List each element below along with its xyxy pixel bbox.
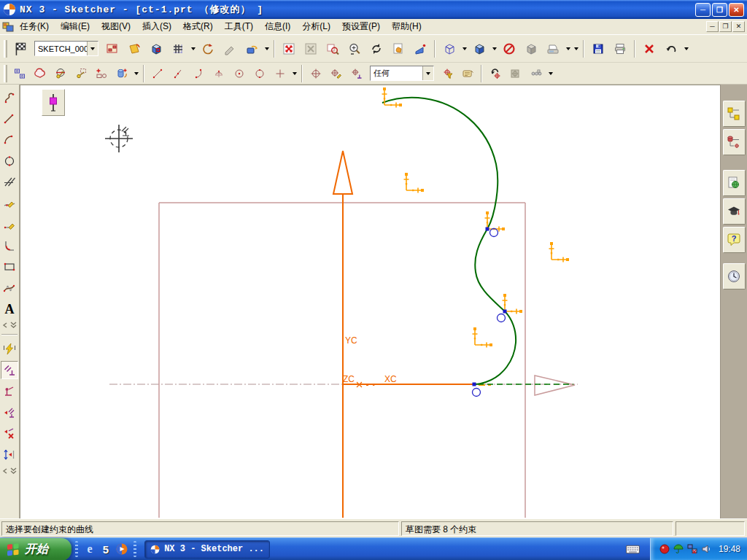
quick-extend-button[interactable] xyxy=(1,215,18,233)
orient-view-to-sketch-button[interactable] xyxy=(123,39,145,59)
pan-view-button[interactable] xyxy=(387,39,409,59)
graphics-window[interactable]: YC ZC XC xyxy=(20,85,720,518)
shaded-display-button[interactable] xyxy=(468,39,490,59)
close-button[interactable]: ✕ xyxy=(729,3,744,17)
view-toolbar-overflow[interactable] xyxy=(572,39,580,59)
zoom-in-out-button[interactable] xyxy=(344,39,365,59)
fillet-button[interactable] xyxy=(1,236,18,254)
snap-end-point-button[interactable] xyxy=(326,64,347,82)
minimize-button[interactable]: ─ xyxy=(695,3,711,17)
convert-to-reference-button[interactable] xyxy=(50,64,71,82)
help-button[interactable]: ? xyxy=(723,227,746,253)
snap-perpendicular-button[interactable] xyxy=(347,64,367,82)
menu-tools[interactable]: 工具(T) xyxy=(219,19,259,34)
snap-filter-combo[interactable]: 任何 xyxy=(370,66,434,81)
delayed-evaluation-button[interactable] xyxy=(241,39,263,59)
derived-lines-button[interactable] xyxy=(1,173,18,191)
menu-edit[interactable]: 编辑(E) xyxy=(55,19,96,34)
spline-point[interactable] xyxy=(486,228,489,231)
zoom-box-button[interactable] xyxy=(322,39,344,59)
sketch-name-dropdown-icon[interactable] xyxy=(87,42,98,55)
show-constraints-button[interactable] xyxy=(1,403,18,421)
menu-format[interactable]: 格式(R) xyxy=(177,19,219,34)
snap-undo-button[interactable] xyxy=(485,64,506,82)
sketch-spline[interactable] xyxy=(382,98,516,384)
line-button[interactable] xyxy=(1,109,18,128)
web-browser-button[interactable] xyxy=(723,170,746,196)
standard-toolbar-overflow[interactable] xyxy=(682,39,690,59)
profile-button[interactable] xyxy=(1,88,18,106)
sketch-point-button[interactable] xyxy=(270,64,290,82)
grid-dropdown[interactable] xyxy=(189,39,197,59)
fit-view-button[interactable] xyxy=(278,39,300,59)
snapshot-button[interactable] xyxy=(542,39,564,59)
alternate-solution-button[interactable] xyxy=(71,64,91,82)
sketch-inclined-line-button[interactable] xyxy=(168,64,188,82)
restore-button[interactable]: ❐ xyxy=(712,3,727,17)
selection-chain-button[interactable] xyxy=(526,64,546,82)
constraints-button[interactable] xyxy=(1,361,18,379)
sketch-ops-dropdown[interactable] xyxy=(132,63,140,84)
text-button[interactable]: A xyxy=(1,300,18,318)
sketch-name-combo[interactable]: SKETCH_000 xyxy=(34,41,98,56)
circle-center-point-button[interactable] xyxy=(229,64,249,82)
shaded-dropdown[interactable] xyxy=(490,39,498,59)
menu-analysis[interactable]: 分析(L) xyxy=(296,19,336,34)
studio-spline-button[interactable] xyxy=(1,279,18,297)
quick-launch-media-player[interactable] xyxy=(114,540,130,558)
reattach-sketch-button[interactable] xyxy=(101,39,123,59)
sketch-line-button[interactable] xyxy=(147,64,168,82)
class-selection-button[interactable] xyxy=(457,64,478,82)
circle-button[interactable] xyxy=(249,64,270,82)
undo-button[interactable] xyxy=(660,39,682,59)
assembly-navigator-button[interactable] xyxy=(723,101,746,127)
menu-help[interactable]: 帮助(H) xyxy=(386,19,427,34)
perspective-button[interactable] xyxy=(409,39,431,59)
snap-filter-dropdown-icon[interactable] xyxy=(422,66,433,80)
tray-umbrella-icon[interactable] xyxy=(673,544,684,554)
arc-button[interactable] xyxy=(1,131,18,149)
task-button-nx[interactable]: NX 3 - Sketcher ... xyxy=(144,540,270,559)
project-curve-button[interactable] xyxy=(112,64,132,82)
sketch-toolbar-overflow[interactable] xyxy=(263,39,271,59)
tray-network-offline-icon[interactable] xyxy=(687,544,697,554)
update-model-button[interactable] xyxy=(197,39,219,59)
wireframe-display-button[interactable] xyxy=(438,39,460,59)
grid-button[interactable] xyxy=(167,39,189,59)
mdi-close-button[interactable]: ✕ xyxy=(732,21,745,32)
finish-sketch-button[interactable] xyxy=(9,39,31,59)
rectangle-button[interactable] xyxy=(1,257,18,276)
wireframe-dropdown[interactable] xyxy=(460,39,468,59)
quick-trim-button[interactable] xyxy=(1,194,18,212)
mdi-restore-button[interactable]: ❐ xyxy=(719,21,732,32)
menu-preferences[interactable]: 预设置(P) xyxy=(336,19,386,34)
part-navigator-button[interactable] xyxy=(723,129,746,155)
fit-selection-disabled-button[interactable] xyxy=(300,39,322,59)
remove-constraints-button[interactable] xyxy=(1,424,18,443)
selection-filter-button[interactable] xyxy=(437,64,457,82)
delete-button[interactable] xyxy=(638,39,660,59)
clock-label[interactable]: 19:48 xyxy=(719,544,740,554)
print-button[interactable] xyxy=(609,39,631,59)
quick-launch-ie[interactable]: e xyxy=(82,540,98,558)
snap-point-button[interactable] xyxy=(306,64,326,82)
hide-entity-button[interactable] xyxy=(498,39,520,59)
rotate-view-button[interactable] xyxy=(365,39,387,59)
toolbar-overflow-chevrons[interactable] xyxy=(1,321,18,330)
roles-button[interactable] xyxy=(723,198,746,225)
snapshot-dropdown[interactable] xyxy=(564,39,572,59)
add-existing-curves-button[interactable] xyxy=(91,64,112,82)
spline-point[interactable] xyxy=(473,383,476,386)
menu-insert[interactable]: 插入(S) xyxy=(136,19,177,34)
tray-volume-icon[interactable] xyxy=(701,544,711,554)
curve-dropdown[interactable] xyxy=(290,63,298,84)
menu-information[interactable]: 信息(I) xyxy=(259,19,296,34)
toolbar-overflow-chevrons[interactable] xyxy=(1,467,18,475)
snap-disabled-button[interactable] xyxy=(506,64,526,82)
history-palette-button[interactable] xyxy=(723,263,746,289)
sketch-arc-button[interactable] xyxy=(188,64,209,82)
alternate-solution-button[interactable] xyxy=(1,382,18,400)
orient-view-to-model-button[interactable] xyxy=(145,39,167,59)
circle-button[interactable] xyxy=(1,152,18,170)
start-button[interactable]: 开始 xyxy=(0,538,71,560)
